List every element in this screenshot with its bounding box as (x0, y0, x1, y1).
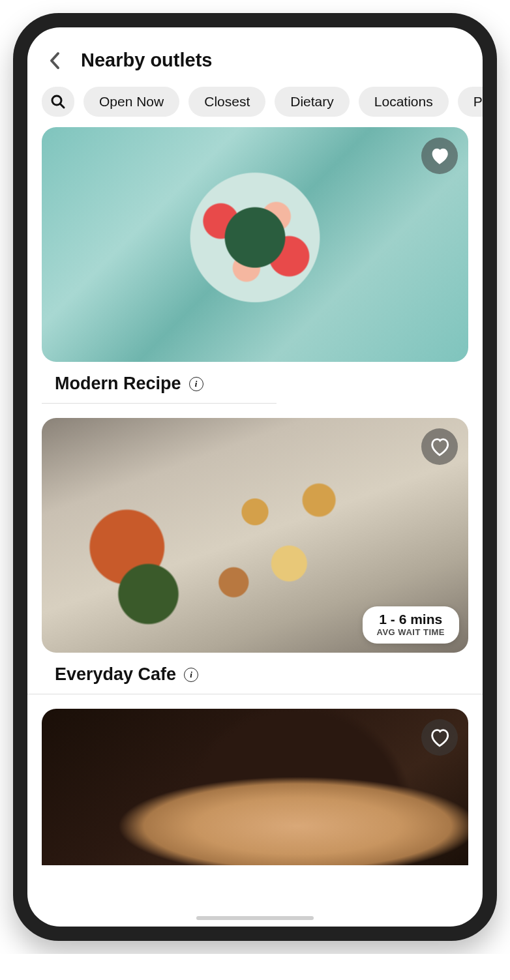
outlet-name: Modern Recipe (55, 374, 181, 394)
outlet-card[interactable]: 1 - 6 mins AVG WAIT TIME Everyday Cafe i (42, 418, 468, 694)
home-indicator[interactable] (196, 916, 314, 920)
page-title: Nearby outlets (81, 50, 212, 71)
outlet-card[interactable]: Modern Recipe i (42, 127, 468, 404)
filter-row[interactable]: Open Now Closest Dietary Locations Po (27, 83, 483, 127)
filter-chip-more[interactable]: Po (458, 87, 483, 117)
heart-icon (428, 145, 451, 167)
info-icon[interactable]: i (184, 668, 198, 682)
search-icon (50, 94, 66, 110)
filter-chip-closest[interactable]: Closest (188, 87, 265, 117)
filter-chip-dietary[interactable]: Dietary (275, 87, 350, 117)
search-button[interactable] (42, 87, 74, 117)
info-icon[interactable]: i (189, 377, 203, 391)
divider (27, 694, 483, 694)
filter-chip-locations[interactable]: Locations (359, 87, 449, 117)
heart-icon (428, 436, 451, 458)
outlet-title-row: Everyday Cafe i (42, 653, 468, 694)
outlet-image[interactable]: 1 - 6 mins AVG WAIT TIME (42, 418, 468, 653)
outlet-image[interactable] (42, 127, 468, 362)
heart-icon (428, 726, 451, 749)
device-frame: Nearby outlets Open Now Closest Dietary … (13, 13, 497, 941)
wait-time-label: AVG WAIT TIME (377, 627, 445, 637)
wait-time-value: 1 - 6 mins (377, 612, 445, 627)
outlet-image[interactable] (42, 709, 468, 865)
outlets-list[interactable]: Modern Recipe i 1 - 6 mins AVG WAIT TIME (27, 127, 483, 927)
header: Nearby outlets (27, 27, 483, 83)
svg-line-1 (61, 104, 65, 108)
outlet-name: Everyday Cafe (55, 664, 176, 685)
wait-time-badge: 1 - 6 mins AVG WAIT TIME (363, 606, 459, 644)
chevron-left-icon (48, 52, 61, 70)
back-button[interactable] (46, 52, 64, 70)
outlet-card[interactable] (42, 709, 468, 865)
favorite-button[interactable] (421, 138, 458, 174)
favorite-button[interactable] (421, 428, 458, 465)
outlet-title-row: Modern Recipe i (42, 362, 468, 403)
filter-chip-open-now[interactable]: Open Now (83, 87, 179, 117)
divider (42, 403, 277, 404)
favorite-button[interactable] (421, 719, 458, 756)
screen: Nearby outlets Open Now Closest Dietary … (27, 27, 483, 927)
